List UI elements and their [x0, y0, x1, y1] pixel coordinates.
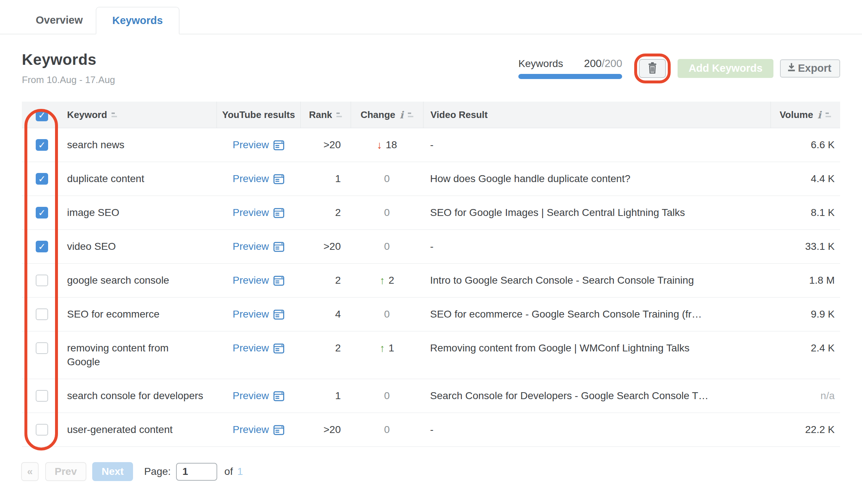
header-row: Keywords From 10.Aug - 17.Aug Keywords 2… [0, 51, 862, 86]
table-row: duplicate content Preview 1 0 How does G… [22, 162, 840, 196]
video-result-cell: Removing content from Google | WMConf Li… [423, 331, 771, 379]
preview-link[interactable]: Preview [233, 206, 284, 220]
column-header-change: Change [360, 109, 395, 121]
keywords-table: Keyword YouTube results Rank Change Vide… [22, 102, 840, 447]
select-all-checkbox[interactable] [36, 110, 48, 121]
page-title: Keywords [22, 51, 115, 68]
rank-cell: 1 [300, 162, 351, 196]
keyword-cell: google search console [62, 264, 217, 297]
progress-fill [518, 74, 622, 79]
table-row: removing content from Google Preview 2 1… [22, 331, 840, 379]
of-label: of [225, 466, 233, 477]
sort-icon[interactable] [336, 113, 342, 117]
preview-link[interactable]: Preview [233, 341, 284, 355]
tab-keywords[interactable]: Keywords [96, 7, 179, 34]
date-range: From 10.Aug - 17.Aug [22, 74, 115, 86]
video-result-cell: - [423, 128, 771, 162]
keyword-cell: video SEO [62, 230, 217, 263]
preview-link[interactable]: Preview [233, 240, 284, 253]
table-row: user-generated content Preview >20 0 - 2… [22, 413, 840, 447]
change-cell: 0 [351, 196, 423, 229]
volume-cell: 2.4 K [771, 331, 840, 379]
title-block: Keywords From 10.Aug - 17.Aug [22, 51, 115, 86]
preview-window-icon [273, 276, 284, 286]
volume-cell: 22.2 K [771, 413, 840, 446]
table-row: image SEO Preview 2 0 SEO for Google Ima… [22, 196, 840, 230]
keywords-counter: Keywords 200/200 [518, 58, 622, 79]
row-checkbox[interactable] [36, 308, 48, 320]
preview-window-icon [273, 208, 284, 218]
column-header-keyword: Keyword [67, 109, 107, 121]
table-row: search news Preview >20 18 - 6.6 K [22, 128, 840, 162]
change-cell: 0 [351, 230, 423, 263]
preview-link[interactable]: Preview [233, 423, 284, 437]
change-cell: 0 [351, 162, 423, 196]
video-result-cell: How does Google handle duplicate content… [423, 162, 771, 196]
preview-window-icon [273, 310, 284, 320]
change-cell: 0 [351, 413, 423, 446]
delete-keywords-button[interactable] [639, 59, 666, 78]
table-row: video SEO Preview >20 0 - 33.1 K [22, 230, 840, 264]
change-cell: 0 [351, 298, 423, 331]
video-result-cell: - [423, 413, 771, 446]
preview-window-icon [273, 391, 284, 401]
rank-cell: >20 [300, 230, 351, 263]
column-header-youtube-results: YouTube results [222, 109, 295, 121]
preview-link[interactable]: Preview [233, 273, 284, 287]
rank-cell: >20 [300, 413, 351, 446]
row-checkbox[interactable] [36, 342, 48, 354]
rank-cell: 1 [300, 379, 351, 413]
table-header: Keyword YouTube results Rank Change Vide… [22, 102, 840, 128]
volume-cell: 33.1 K [771, 230, 840, 263]
total-pages: 1 [237, 466, 243, 477]
sort-icon[interactable] [112, 113, 117, 117]
sort-icon[interactable] [826, 113, 831, 117]
tab-overview[interactable]: Overview [23, 7, 96, 34]
info-icon [818, 110, 821, 120]
row-checkbox[interactable] [36, 173, 48, 185]
keyword-cell: image SEO [62, 196, 217, 229]
volume-cell: 6.6 K [771, 128, 840, 162]
row-checkbox[interactable] [36, 424, 48, 436]
volume-cell: 1.8 M [771, 264, 840, 297]
preview-window-icon [273, 343, 284, 354]
change-arrow-icon [377, 138, 382, 152]
table-row: google search console Preview 2 2 Intro … [22, 264, 840, 298]
add-keywords-button[interactable]: Add Keywords [678, 59, 773, 78]
page-number-input[interactable] [176, 463, 217, 481]
info-icon [400, 110, 403, 120]
row-checkbox[interactable] [36, 207, 48, 218]
first-page-button[interactable]: « [21, 462, 39, 481]
keywords-progress-bar [518, 74, 622, 79]
preview-link[interactable]: Preview [233, 172, 284, 186]
export-button[interactable]: Export [780, 59, 840, 78]
row-checkbox[interactable] [36, 139, 48, 151]
next-page-button[interactable]: Next [92, 462, 133, 481]
toolbar: Keywords 200/200 [518, 58, 840, 79]
keyword-cell: removing content from Google [62, 331, 217, 379]
video-result-cell: SEO for ecommerce - Google Search Consol… [423, 298, 771, 331]
preview-link[interactable]: Preview [233, 389, 284, 403]
pagination: « Prev Next Page: of 1 [21, 462, 862, 481]
row-checkbox[interactable] [36, 275, 48, 286]
prev-page-button[interactable]: Prev [45, 462, 86, 481]
keyword-cell: search news [62, 128, 217, 162]
trash-icon [647, 62, 658, 75]
preview-window-icon [273, 174, 284, 184]
row-checkbox[interactable] [36, 241, 48, 252]
preview-link[interactable]: Preview [233, 138, 284, 152]
video-result-cell: SEO for Google Images | Search Central L… [423, 196, 771, 229]
rank-cell: 4 [300, 298, 351, 331]
rank-cell: 2 [300, 196, 351, 229]
keyword-cell: search console for developers [62, 379, 217, 413]
table-row: SEO for ecommerce Preview 4 0 SEO for ec… [22, 298, 840, 331]
keyword-cell: SEO for ecommerce [62, 298, 217, 331]
column-header-video-result: Video Result [430, 109, 488, 121]
video-result-cell: Search Console for Developers - Google S… [423, 379, 771, 413]
volume-cell: 4.4 K [771, 162, 840, 196]
sort-icon[interactable] [408, 113, 414, 117]
preview-link[interactable]: Preview [233, 307, 284, 321]
row-checkbox[interactable] [36, 390, 48, 402]
tab-bar: Overview Keywords [0, 0, 862, 34]
change-arrow-icon [379, 341, 385, 355]
